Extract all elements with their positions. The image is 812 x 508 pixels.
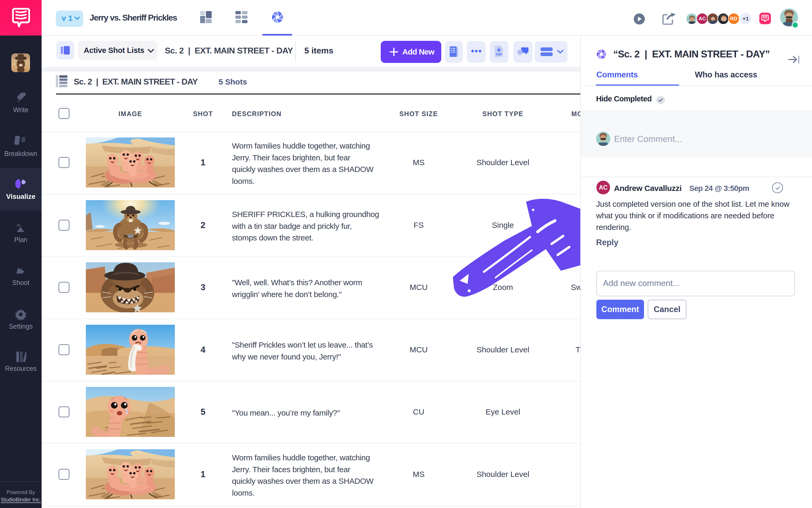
svg-text:PDF: PDF <box>496 53 502 56</box>
